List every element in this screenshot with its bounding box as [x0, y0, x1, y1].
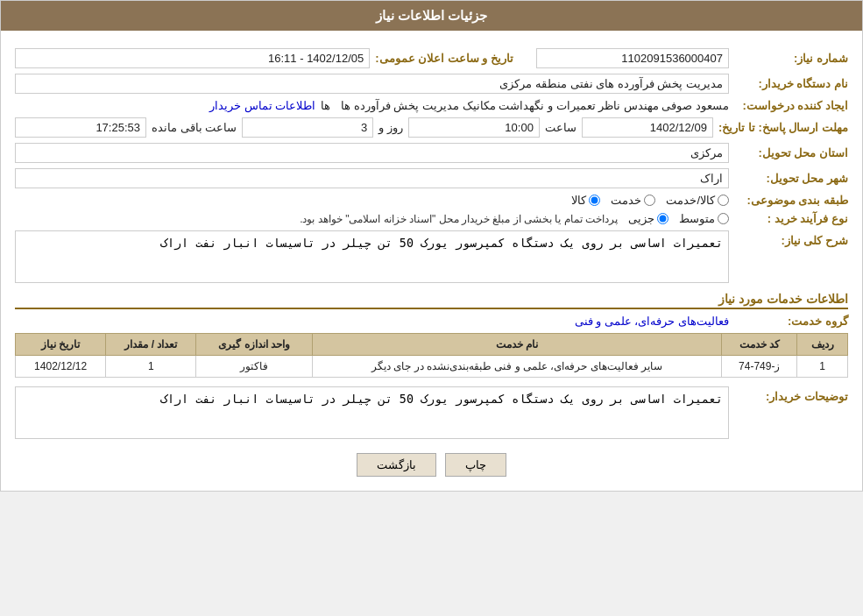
creator-value: مسعود صوفی مهندس ناظر تعمیرات و نگهداشت … — [341, 99, 729, 112]
purchase-type-radio-group: متوسط جزیی پرداخت تمام یا بخشی از مبلغ خ… — [15, 212, 729, 225]
category-radio-group: کالا/خدمت خدمت کالا — [15, 194, 729, 207]
response-remaining-label: ساعت باقی مانده — [152, 121, 237, 134]
response-remaining: 17:25:53 — [15, 117, 146, 138]
city-value: اراک — [15, 168, 729, 188]
table-header-date: تاریخ نیاز — [16, 334, 106, 356]
province-value: مرکزی — [15, 143, 729, 163]
response-time-label: ساعت — [545, 121, 577, 134]
table-header-qty: تعداد / مقدار — [106, 334, 196, 356]
response-time: 10:00 — [408, 117, 540, 138]
response-deadline-label: مهلت ارسال پاسخ: تا تاریخ: — [718, 121, 848, 134]
category-option-kala-khedmat[interactable]: کالا/خدمت — [666, 194, 729, 207]
announcement-date-value: 1402/12/05 - 16:11 — [15, 48, 370, 68]
table-cell-date: 1402/12/12 — [16, 356, 106, 378]
general-desc-textarea — [15, 230, 729, 283]
province-label: استان محل تحویل: — [734, 146, 848, 159]
services-table: ردیف کد خدمت نام خدمت واحد اندازه گیری ت… — [15, 333, 848, 378]
purchase-type-option-motavasset[interactable]: متوسط — [679, 212, 729, 225]
page-title: جزئیات اطلاعات نیاز — [1, 1, 862, 31]
announcement-date-label: تاریخ و ساعت اعلان عمومی: — [375, 52, 513, 65]
response-date: 1402/12/09 — [582, 117, 713, 138]
buttons-row: چاپ بازگشت — [15, 453, 848, 477]
table-header-row: ردیف — [797, 334, 848, 356]
buyer-org-label: نام دستگاه خریدار: — [734, 77, 848, 90]
services-section-title: اطلاعات خدمات مورد نیاز — [15, 292, 848, 309]
purchase-type-label: نوع فرآیند خرید : — [734, 212, 848, 225]
response-days-label: روز و — [378, 121, 403, 134]
creator-contact-link[interactable]: اطلاعات تماس خریدار — [209, 99, 315, 112]
table-cell-row: 1 — [797, 356, 848, 378]
table-header-name: نام خدمت — [312, 334, 722, 356]
buyer-org-value: مدیریت پخش فرآورده های نفتی منطقه مرکزی — [15, 74, 729, 94]
purchase-type-option-jozi[interactable]: جزیی — [628, 212, 668, 225]
service-group-label: گروه خدمت: — [734, 315, 848, 328]
category-label: طبقه بندی موضوعی: — [734, 194, 848, 207]
category-option-kala[interactable]: کالا — [571, 194, 600, 207]
table-cell-unit: فاکتور — [196, 356, 312, 378]
buyer-desc-label: توضیحات خریدار: — [734, 390, 848, 403]
city-label: شهر محل تحویل: — [734, 172, 848, 185]
purchase-type-note: پرداخت تمام یا بخشی از مبلغ خریدار محل "… — [300, 213, 618, 225]
need-number-label: شماره نیاز: — [734, 52, 848, 65]
table-row: 1 ز-749-74 سایر فعالیت‌های حرفه‌ای، علمی… — [16, 356, 848, 378]
print-button[interactable]: چاپ — [445, 453, 506, 477]
creator-label: ایجاد کننده درخواست: — [734, 99, 848, 112]
general-desc-label: شرح کلی نیاز: — [734, 234, 848, 247]
service-group-value[interactable]: فعالیت‌های حرفه‌ای، علمی و فنی — [575, 315, 729, 328]
response-days: 3 — [242, 117, 373, 138]
back-button[interactable]: بازگشت — [357, 453, 436, 477]
table-header-unit: واحد اندازه گیری — [196, 334, 312, 356]
table-cell-name: سایر فعالیت‌های حرفه‌ای، علمی و فنی طبقه… — [312, 356, 722, 378]
table-header-code: کد خدمت — [722, 334, 797, 356]
buyer-desc-textarea — [15, 386, 729, 439]
table-cell-code: ز-749-74 — [722, 356, 797, 378]
category-option-khedmat[interactable]: خدمت — [611, 194, 655, 207]
table-cell-qty: 1 — [106, 356, 196, 378]
need-number-value: 1102091536000407 — [536, 48, 729, 68]
